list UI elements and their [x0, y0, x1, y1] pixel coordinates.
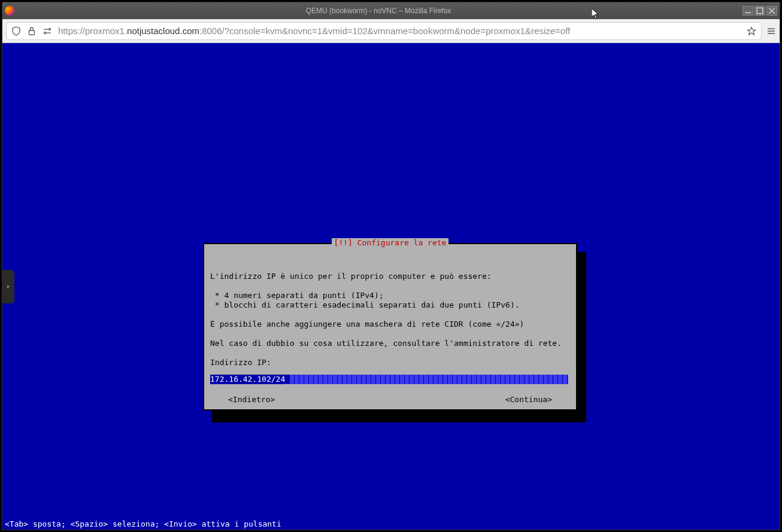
svg-marker-13 — [7, 285, 10, 288]
bookmark-star-icon[interactable] — [747, 26, 756, 36]
window-title: QEMU (bookworm) - noVNC – Mozilla Firefo… — [306, 7, 451, 15]
window-maximize-button[interactable] — [754, 6, 765, 16]
firefox-icon — [5, 6, 14, 16]
window-titlebar: QEMU (bookworm) - noVNC – Mozilla Firefo… — [2, 2, 780, 19]
svg-rect-4 — [29, 31, 35, 35]
ip-address-input[interactable]: 172.16.42.102/24 — [210, 375, 568, 384]
back-button[interactable]: <Indietro> — [228, 395, 275, 405]
browser-window: QEMU (bookworm) - noVNC – Mozilla Firefo… — [2, 2, 780, 530]
dialog-text-bullet: * 4 numeri separati da punti (IPv4); — [210, 291, 384, 300]
novnc-control-handle[interactable] — [2, 270, 14, 303]
svg-marker-9 — [748, 27, 756, 35]
installer-footer-hint: <Tab> sposta; <Spazio> seleziona; <Invio… — [2, 519, 780, 530]
window-close-button[interactable] — [766, 6, 777, 16]
installer-dialog: [!!] Configurare la rete L'indirizzo IP … — [203, 243, 577, 411]
url-scheme: https:// — [58, 26, 85, 36]
dialog-text-line: È possibile anche aggiungere una mascher… — [210, 320, 524, 329]
input-fill — [290, 375, 568, 384]
dialog-title: [!!] Configurare la rete — [332, 238, 449, 248]
url-sub: proxmox1. — [85, 26, 127, 36]
svg-rect-1 — [757, 8, 763, 14]
hamburger-menu-icon[interactable] — [766, 26, 776, 36]
dialog-field-label: Indirizzo IP: — [210, 358, 271, 367]
vnc-viewport[interactable]: [!!] Configurare la rete L'indirizzo IP … — [2, 43, 780, 530]
dialog-text-bullet: * blocchi di caratteri esadecimali separ… — [210, 300, 520, 309]
dialog-text-line: L'indirizzo IP è unico per il proprio co… — [210, 272, 492, 281]
address-bar[interactable]: https://proxmox1.notjustacloud.com:8006/… — [6, 22, 762, 40]
url-text: https://proxmox1.notjustacloud.com:8006/… — [58, 26, 741, 36]
continue-button[interactable]: <Continua> — [505, 395, 552, 405]
dialog-body: L'indirizzo IP è unico per il proprio co… — [210, 262, 570, 367]
window-minimize-button[interactable] — [742, 6, 753, 16]
shield-icon — [11, 26, 21, 36]
url-path: :8006/?console=kvm&novnc=1&vmid=102&vmna… — [199, 26, 570, 36]
svg-point-8 — [44, 32, 46, 34]
browser-toolbar: https://proxmox1.notjustacloud.com:8006/… — [2, 19, 780, 43]
permissions-icon[interactable] — [43, 26, 52, 36]
ip-address-value: 172.16.42.102/24 — [210, 375, 285, 384]
dialog-text-line: Nel caso di dubbio su cosa utilizzare, c… — [210, 339, 562, 348]
url-host: notjustacloud.com — [127, 26, 199, 36]
svg-point-6 — [49, 28, 51, 30]
lock-icon — [27, 26, 37, 36]
